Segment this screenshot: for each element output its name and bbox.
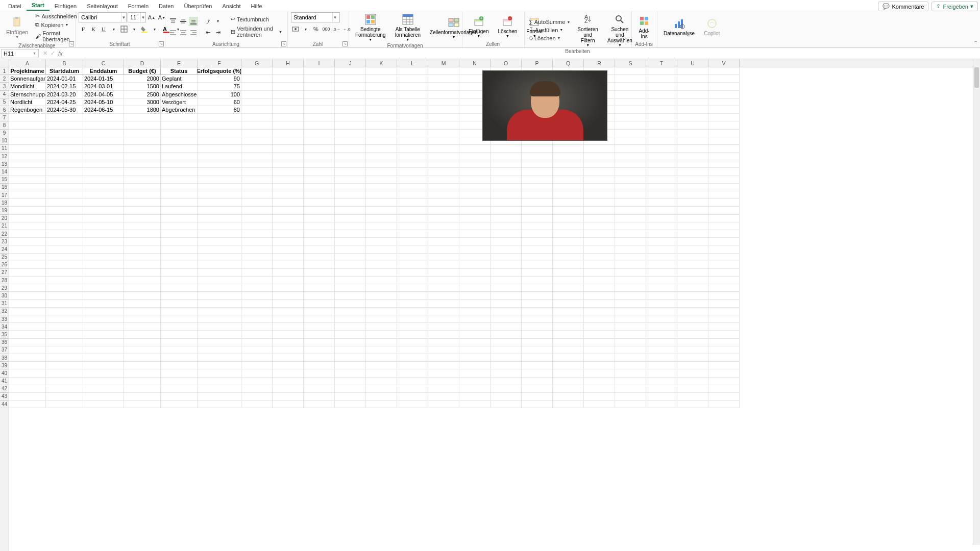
cell-H1[interactable]	[273, 67, 304, 75]
cell-K1[interactable]	[366, 67, 397, 75]
cell-N44[interactable]	[459, 400, 491, 408]
cell-L13[interactable]	[397, 160, 428, 168]
insert-cells-button[interactable]: +Einfügen▼	[465, 14, 492, 39]
cell-V35[interactable]	[708, 331, 740, 338]
cell-D3[interactable]: 1500	[124, 83, 161, 90]
cell-D2[interactable]: 2000	[124, 75, 161, 83]
cell-L35[interactable]	[397, 331, 428, 338]
cell-C41[interactable]	[83, 378, 124, 385]
cell-O17[interactable]	[491, 191, 522, 199]
cell-S36[interactable]	[615, 339, 646, 346]
cell-E11[interactable]	[161, 145, 198, 153]
cell-U43[interactable]	[677, 393, 708, 400]
cell-M8[interactable]	[428, 121, 459, 129]
cell-T14[interactable]	[646, 168, 677, 176]
cell-G14[interactable]	[241, 168, 273, 176]
cell-H40[interactable]	[273, 369, 304, 377]
cell-A24[interactable]	[9, 245, 46, 253]
cell-A25[interactable]	[9, 254, 46, 261]
cell-T3[interactable]	[646, 83, 677, 90]
cell-S10[interactable]	[615, 137, 646, 145]
row-header-35[interactable]: 35	[0, 331, 9, 338]
cell-V30[interactable]	[708, 292, 740, 299]
cell-U28[interactable]	[677, 277, 708, 284]
cell-V27[interactable]	[708, 269, 740, 277]
cell-O40[interactable]	[491, 369, 522, 377]
cell-M33[interactable]	[428, 315, 459, 323]
cell-L12[interactable]	[397, 153, 428, 160]
cell-N22[interactable]	[459, 230, 491, 238]
cell-N27[interactable]	[459, 269, 491, 277]
cell-C38[interactable]	[83, 354, 124, 362]
cell-C32[interactable]	[83, 308, 124, 315]
cell-L6[interactable]	[397, 106, 428, 114]
cell-G20[interactable]	[241, 215, 273, 222]
cell-P29[interactable]	[522, 284, 553, 292]
cell-B20[interactable]	[46, 215, 83, 222]
cell-E33[interactable]	[161, 315, 198, 323]
cell-S25[interactable]	[615, 254, 646, 261]
cell-L16[interactable]	[397, 184, 428, 191]
cell-M11[interactable]	[428, 145, 459, 153]
cell-E18[interactable]	[161, 199, 198, 207]
row-header-41[interactable]: 41	[0, 378, 9, 385]
cell-F7[interactable]	[198, 114, 241, 121]
cell-M26[interactable]	[428, 261, 459, 269]
cell-Q26[interactable]	[553, 261, 584, 269]
font-name-select[interactable]: Calibri▼	[79, 12, 127, 22]
cell-I23[interactable]	[304, 238, 335, 245]
cell-S23[interactable]	[615, 238, 646, 245]
cell-B38[interactable]	[46, 354, 83, 362]
cell-Q31[interactable]	[553, 300, 584, 308]
cell-E6[interactable]: Abgebrochen	[161, 106, 198, 114]
cell-K9[interactable]	[366, 130, 397, 137]
cell-D19[interactable]	[124, 207, 161, 214]
cell-D41[interactable]	[124, 378, 161, 385]
cell-D22[interactable]	[124, 230, 161, 238]
cell-S12[interactable]	[615, 153, 646, 160]
confirm-formula-button[interactable]: ✓	[51, 50, 55, 57]
column-headers[interactable]: ABCDEFGHIJKLMNOPQRSTUV	[9, 59, 980, 67]
cell-A18[interactable]	[9, 199, 46, 207]
cell-D28[interactable]	[124, 277, 161, 284]
cell-M13[interactable]	[428, 160, 459, 168]
cell-M14[interactable]	[428, 168, 459, 176]
cell-R13[interactable]	[584, 160, 615, 168]
cell-V44[interactable]	[708, 400, 740, 408]
cell-A3[interactable]: Mondlicht	[9, 83, 46, 90]
cell-Q30[interactable]	[553, 292, 584, 299]
column-header-T[interactable]: T	[646, 59, 677, 67]
cell-B28[interactable]	[46, 277, 83, 284]
cell-P31[interactable]	[522, 300, 553, 308]
cell-G34[interactable]	[241, 323, 273, 331]
cell-U39[interactable]	[677, 362, 708, 369]
cell-N13[interactable]	[459, 160, 491, 168]
cell-P19[interactable]	[522, 207, 553, 214]
cell-F18[interactable]	[198, 199, 241, 207]
cell-P36[interactable]	[522, 339, 553, 346]
cell-V39[interactable]	[708, 362, 740, 369]
cell-U25[interactable]	[677, 254, 708, 261]
cell-N16[interactable]	[459, 184, 491, 191]
cell-N43[interactable]	[459, 393, 491, 400]
cell-N30[interactable]	[459, 292, 491, 299]
cell-F3[interactable]: 75	[198, 83, 241, 90]
cell-P38[interactable]	[522, 354, 553, 362]
scrollbar-thumb[interactable]	[974, 67, 979, 88]
cell-B34[interactable]	[46, 323, 83, 331]
cell-M6[interactable]	[428, 106, 459, 114]
cell-V34[interactable]	[708, 323, 740, 331]
cell-C23[interactable]	[83, 238, 124, 245]
cell-G11[interactable]	[241, 145, 273, 153]
cell-B17[interactable]	[46, 191, 83, 199]
cell-A11[interactable]	[9, 145, 46, 153]
cell-H41[interactable]	[273, 378, 304, 385]
cell-E29[interactable]	[161, 284, 198, 292]
autosum-button[interactable]: ∑AutoSumme▼	[528, 18, 571, 26]
row-headers[interactable]: 1234567891011121314151617181920212223242…	[0, 67, 9, 551]
cell-N33[interactable]	[459, 315, 491, 323]
number-format-select[interactable]: Standard▼	[291, 12, 340, 22]
cell-M18[interactable]	[428, 199, 459, 207]
cell-O22[interactable]	[491, 230, 522, 238]
cell-R14[interactable]	[584, 168, 615, 176]
